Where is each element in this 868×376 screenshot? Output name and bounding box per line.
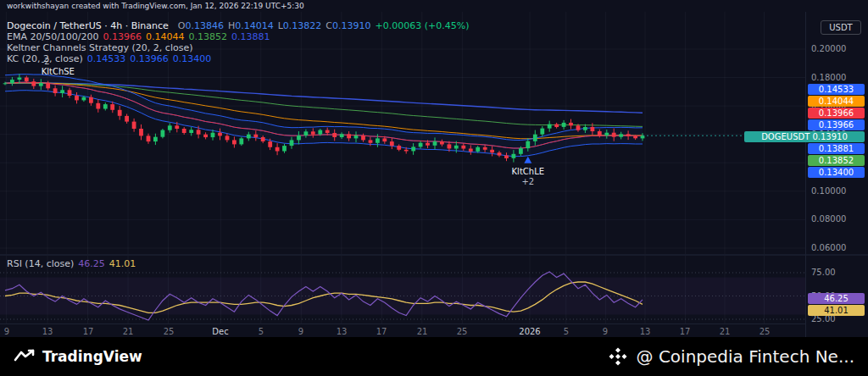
main-chart-legend: Dogecoin / TetherUS · 4h · BinanceO0.138…	[7, 20, 469, 64]
price-axis-label: 0.06000	[811, 244, 846, 252]
tradingview-brand[interactable]: TradingView	[14, 348, 142, 365]
time-tick: 17	[83, 327, 94, 336]
time-tick: 9	[4, 327, 9, 336]
credit-text: @ Coinpedia Fintech Ne...	[637, 346, 854, 367]
price-badge: DOGEUSDT 0.13910	[744, 131, 865, 142]
strategy-label[interactable]: Keltner Channels Strategy (20, 2, close)	[7, 42, 192, 53]
bottom-bar: TradingView @ Coinpedia Fintech Ne...	[0, 337, 868, 376]
price-axis-label: 0.10000	[811, 187, 846, 196]
price-axis-label: 0.18000	[811, 74, 846, 82]
rsi-legend-row: RSI (14, close)46.2541.01	[7, 258, 136, 269]
time-tick: 21	[720, 327, 731, 336]
ema-values: 0.139660.140440.138520.13881	[99, 31, 270, 42]
time-tick: 25	[457, 327, 468, 336]
svg-text:KltChSE: KltChSE	[42, 67, 75, 76]
price-badge: 0.13400	[808, 167, 865, 178]
time-tick: 5	[564, 327, 569, 336]
time-tick: Dec	[212, 327, 228, 336]
credit-line: @ Coinpedia Fintech Ne...	[608, 346, 854, 367]
price-badge: 0.13966	[808, 108, 865, 119]
price-badge: 0.14533	[808, 84, 865, 95]
time-tick: 21	[417, 327, 428, 336]
rsi-values: 46.2541.01	[74, 258, 136, 269]
time-tick: 17	[376, 327, 387, 336]
rsi-axis-label: 25.00	[811, 315, 836, 323]
symbol-title[interactable]: Dogecoin / TetherUS · 4h · Binance	[7, 20, 169, 31]
kc-indicator-label[interactable]: KC (20, 2, close)	[7, 53, 83, 64]
price-badge: 0.13881	[808, 143, 865, 154]
time-tick: 25	[164, 327, 175, 336]
rsi-indicator-label[interactable]: RSI (14, close)	[7, 258, 74, 269]
time-tick: 13	[42, 327, 53, 336]
time-axis[interactable]: 913172125Dec591317212520265913172125	[0, 323, 805, 338]
coinpedia-diamond-icon	[608, 346, 628, 367]
price-axis-label: 0.20000	[811, 45, 846, 53]
time-tick: 9	[603, 327, 608, 336]
kc-legend-row: KC (20, 2, close)0.145330.139660.13400	[7, 53, 469, 64]
rsi-badge: 41.01	[808, 305, 865, 316]
price-axis-separator	[805, 12, 806, 337]
price-badge: 0.13852	[808, 155, 865, 166]
ema-legend-row: EMA 20/50/100/2000.139660.140440.138520.…	[7, 31, 469, 42]
time-tick: 5	[259, 327, 264, 336]
time-tick: 21	[123, 327, 134, 336]
rsi-badge: 46.25	[808, 293, 865, 304]
rsi-axis-label: 75.00	[811, 268, 836, 277]
time-tick: 13	[640, 327, 651, 336]
time-tick: 2026	[519, 327, 540, 336]
time-tick: 25	[760, 327, 771, 336]
time-tick: 9	[298, 327, 303, 336]
price-badge: 0.13966	[808, 119, 865, 130]
currency-toggle-badge[interactable]: USDT	[821, 20, 861, 35]
tradingview-logo-icon	[14, 348, 36, 365]
time-tick: 13	[337, 327, 348, 336]
kc-values: 0.145330.139660.13400	[83, 53, 212, 64]
attribution-text: workwithshayan created with TradingView.…	[7, 2, 304, 10]
strategy-legend-row: Keltner Channels Strategy (20, 2, close)	[7, 42, 469, 53]
symbol-row: Dogecoin / TetherUS · 4h · BinanceO0.138…	[7, 20, 469, 31]
time-tick: 17	[680, 327, 691, 336]
price-axis-label: 0.08000	[811, 215, 846, 224]
price-badge: 0.14044	[808, 96, 865, 107]
ema-indicator-label[interactable]: EMA 20/50/100/200	[7, 31, 99, 42]
tradingview-brand-label: TradingView	[42, 348, 142, 365]
svg-text:KltChLE: KltChLE	[512, 167, 544, 176]
svg-text:+2: +2	[521, 177, 534, 186]
tradingview-chart-window: workwithshayan created with TradingView.…	[0, 0, 868, 376]
ohlc-values: O0.13846H0.14014L0.13822C0.13910+0.00063…	[174, 20, 470, 31]
